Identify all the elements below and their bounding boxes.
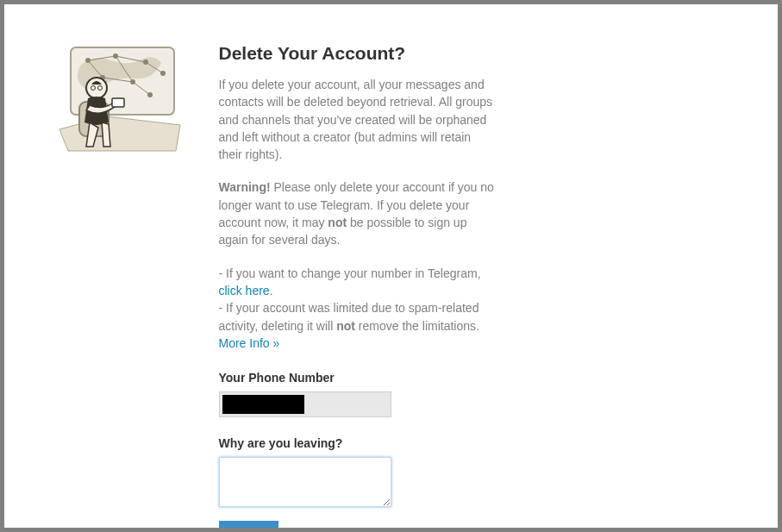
bullet-spam-b: remove the limitations.: [355, 319, 479, 333]
content-container: Delete Your Account? If you delete your …: [55, 43, 728, 528]
illustration-column: [55, 43, 193, 528]
done-button[interactable]: Done: [219, 521, 278, 528]
intro-paragraph: If you delete your account, all your mes…: [219, 76, 495, 163]
bullet-spam-not: not: [336, 319, 355, 333]
reason-textarea[interactable]: [219, 457, 391, 507]
reason-label: Why are you leaving?: [219, 436, 495, 450]
svg-rect-21: [112, 98, 124, 107]
more-info-link[interactable]: More Info »: [219, 336, 280, 350]
page-frame: Delete Your Account? If you delete your …: [4, 4, 778, 528]
notes-paragraph: - If you want to change your number in T…: [219, 265, 495, 352]
main-content: Delete Your Account? If you delete your …: [219, 43, 495, 528]
change-number-link[interactable]: click here: [219, 284, 270, 297]
phone-redacted-value: [222, 395, 304, 414]
warning-not: not: [328, 216, 347, 229]
phone-input[interactable]: [219, 391, 391, 417]
svg-point-18: [86, 78, 107, 98]
bullet-change-number-a: - If you want to change your number in T…: [219, 266, 481, 280]
bullet-change-number-b: .: [270, 284, 273, 297]
warning-paragraph: Warning! Please only delete your account…: [219, 178, 495, 248]
page-title: Delete Your Account?: [219, 43, 495, 64]
warning-label: Warning!: [219, 180, 271, 194]
delete-account-illustration: [55, 43, 185, 155]
phone-label: Your Phone Number: [219, 371, 495, 385]
